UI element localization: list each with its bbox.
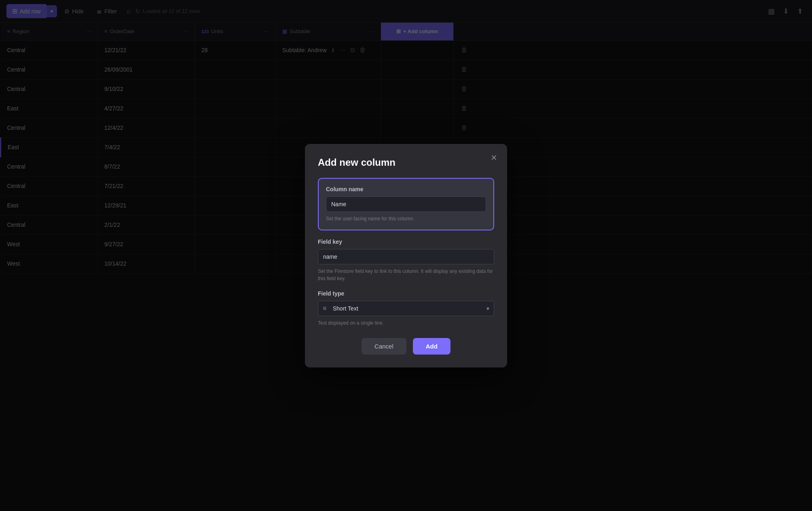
field-type-section: Field type ≡ Short Text Long Text Number… (318, 290, 494, 327)
field-type-label: Field type (318, 290, 494, 297)
modal-overlay: Add new column ✕ Column name Set the use… (0, 0, 812, 511)
modal-close-button[interactable]: ✕ (489, 152, 499, 163)
field-key-section: Field key Set the Firestore field key to… (318, 239, 494, 282)
field-type-hint: Text displayed on a single line. (318, 319, 494, 327)
field-type-select[interactable]: Short Text Long Text Number Date Boolean… (318, 301, 494, 316)
column-name-input[interactable] (326, 196, 486, 212)
modal-title: Add new column (318, 157, 494, 168)
column-name-label: Column name (326, 186, 486, 192)
column-name-hint: Set the user-facing name for this column… (326, 215, 486, 222)
add-button[interactable]: Add (413, 338, 450, 355)
field-key-hint: Set the Firestore field key to link to t… (318, 268, 494, 282)
modal-footer: Cancel Add (318, 338, 494, 355)
field-key-label: Field key (318, 239, 494, 245)
field-key-input[interactable] (318, 249, 494, 264)
cancel-button[interactable]: Cancel (362, 338, 406, 355)
field-type-select-wrapper: ≡ Short Text Long Text Number Date Boole… (318, 301, 494, 316)
column-name-section: Column name Set the user-facing name for… (318, 178, 494, 230)
add-column-modal: Add new column ✕ Column name Set the use… (305, 144, 507, 367)
